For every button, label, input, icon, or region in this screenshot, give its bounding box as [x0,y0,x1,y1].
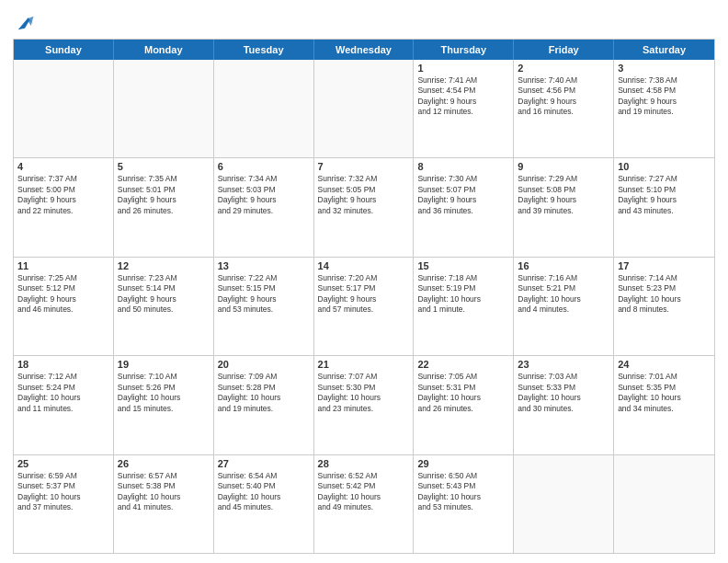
cal-cell: 8Sunrise: 7:30 AM Sunset: 5:07 PM Daylig… [414,158,514,256]
calendar-row-4: 25Sunrise: 6:59 AM Sunset: 5:37 PM Dayli… [14,454,714,553]
cell-info: Sunrise: 7:12 AM Sunset: 5:24 PM Dayligh… [17,372,109,414]
day-number: 13 [218,260,310,271]
cal-cell: 28Sunrise: 6:52 AM Sunset: 5:42 PM Dayli… [314,455,415,553]
cal-cell: 24Sunrise: 7:01 AM Sunset: 5:35 PM Dayli… [614,356,714,454]
day-number: 2 [518,63,609,74]
day-number: 8 [417,161,509,172]
day-number: 18 [17,359,109,370]
logo [13,9,35,33]
cell-info: Sunrise: 6:59 AM Sunset: 5:37 PM Dayligh… [17,471,109,513]
cal-cell [214,60,314,157]
cell-info: Sunrise: 7:37 AM Sunset: 5:00 PM Dayligh… [17,174,109,216]
header [13,9,715,33]
day-number: 9 [518,161,609,172]
day-number: 26 [118,458,210,469]
header-cell-monday: Monday [114,40,214,60]
day-number: 27 [218,458,310,469]
calendar-row-1: 4Sunrise: 7:37 AM Sunset: 5:00 PM Daylig… [14,157,714,256]
logo-icon [15,13,35,33]
day-number: 21 [318,359,410,370]
cell-info: Sunrise: 7:34 AM Sunset: 5:03 PM Dayligh… [218,174,310,216]
day-number: 14 [318,260,410,271]
cal-cell: 22Sunrise: 7:05 AM Sunset: 5:31 PM Dayli… [414,356,514,454]
cal-cell: 17Sunrise: 7:14 AM Sunset: 5:23 PM Dayli… [614,258,714,355]
cell-info: Sunrise: 7:14 AM Sunset: 5:23 PM Dayligh… [618,273,711,316]
cal-cell: 15Sunrise: 7:18 AM Sunset: 5:19 PM Dayli… [414,258,514,355]
cell-info: Sunrise: 7:16 AM Sunset: 5:21 PM Dayligh… [518,273,609,316]
day-number: 28 [318,458,410,469]
day-number: 12 [118,260,210,271]
cal-cell: 25Sunrise: 6:59 AM Sunset: 5:37 PM Dayli… [14,455,114,553]
header-cell-saturday: Saturday [614,40,714,60]
cell-info: Sunrise: 7:32 AM Sunset: 5:05 PM Dayligh… [318,174,410,216]
cell-info: Sunrise: 7:40 AM Sunset: 4:56 PM Dayligh… [518,75,609,118]
day-number: 4 [17,161,109,172]
cell-info: Sunrise: 6:50 AM Sunset: 5:43 PM Dayligh… [417,471,509,513]
page: SundayMondayTuesdayWednesdayThursdayFrid… [0,0,728,563]
day-number: 7 [318,161,410,172]
day-number: 6 [218,161,310,172]
cell-info: Sunrise: 7:22 AM Sunset: 5:15 PM Dayligh… [218,273,310,316]
cal-cell: 6Sunrise: 7:34 AM Sunset: 5:03 PM Daylig… [214,158,314,256]
cell-info: Sunrise: 7:30 AM Sunset: 5:07 PM Dayligh… [417,174,509,216]
cal-cell: 18Sunrise: 7:12 AM Sunset: 5:24 PM Dayli… [14,356,114,454]
cal-cell: 11Sunrise: 7:25 AM Sunset: 5:12 PM Dayli… [14,258,114,355]
cal-cell [614,455,714,553]
cell-info: Sunrise: 7:20 AM Sunset: 5:17 PM Dayligh… [318,273,410,316]
calendar-row-2: 11Sunrise: 7:25 AM Sunset: 5:12 PM Dayli… [14,257,714,355]
header-cell-wednesday: Wednesday [314,40,415,60]
day-number: 19 [118,359,210,370]
cell-info: Sunrise: 7:01 AM Sunset: 5:35 PM Dayligh… [618,372,711,414]
cell-info: Sunrise: 7:07 AM Sunset: 5:30 PM Dayligh… [318,372,410,414]
cell-info: Sunrise: 6:57 AM Sunset: 5:38 PM Dayligh… [118,471,210,513]
calendar-row-3: 18Sunrise: 7:12 AM Sunset: 5:24 PM Dayli… [14,355,714,454]
calendar: SundayMondayTuesdayWednesdayThursdayFrid… [13,39,715,554]
cell-info: Sunrise: 7:25 AM Sunset: 5:12 PM Dayligh… [17,273,109,316]
day-number: 20 [218,359,310,370]
day-number: 11 [17,260,109,271]
day-number: 29 [417,458,509,469]
cal-cell: 14Sunrise: 7:20 AM Sunset: 5:17 PM Dayli… [314,258,415,355]
cal-cell: 12Sunrise: 7:23 AM Sunset: 5:14 PM Dayli… [114,258,214,355]
day-number: 5 [118,161,210,172]
cal-cell: 13Sunrise: 7:22 AM Sunset: 5:15 PM Dayli… [214,258,314,355]
cell-info: Sunrise: 7:09 AM Sunset: 5:28 PM Dayligh… [218,372,310,414]
cal-cell: 29Sunrise: 6:50 AM Sunset: 5:43 PM Dayli… [414,455,514,553]
cell-info: Sunrise: 7:10 AM Sunset: 5:26 PM Dayligh… [118,372,210,414]
cell-info: Sunrise: 7:18 AM Sunset: 5:19 PM Dayligh… [417,273,509,316]
header-cell-tuesday: Tuesday [214,40,314,60]
cell-info: Sunrise: 7:23 AM Sunset: 5:14 PM Dayligh… [118,273,210,316]
header-cell-friday: Friday [514,40,614,60]
cal-cell: 16Sunrise: 7:16 AM Sunset: 5:21 PM Dayli… [514,258,614,355]
cal-cell: 23Sunrise: 7:03 AM Sunset: 5:33 PM Dayli… [514,356,614,454]
cell-info: Sunrise: 7:27 AM Sunset: 5:10 PM Dayligh… [618,174,711,216]
cal-cell: 19Sunrise: 7:10 AM Sunset: 5:26 PM Dayli… [114,356,214,454]
calendar-header: SundayMondayTuesdayWednesdayThursdayFrid… [14,40,714,60]
cal-cell: 9Sunrise: 7:29 AM Sunset: 5:08 PM Daylig… [514,158,614,256]
cell-info: Sunrise: 6:52 AM Sunset: 5:42 PM Dayligh… [318,471,410,513]
day-number: 25 [17,458,109,469]
day-number: 10 [618,161,711,172]
calendar-body: 1Sunrise: 7:41 AM Sunset: 4:54 PM Daylig… [14,60,714,553]
cell-info: Sunrise: 7:38 AM Sunset: 4:58 PM Dayligh… [618,75,711,118]
cal-cell [14,60,114,157]
header-cell-sunday: Sunday [14,40,114,60]
cal-cell: 7Sunrise: 7:32 AM Sunset: 5:05 PM Daylig… [314,158,415,256]
header-cell-thursday: Thursday [414,40,514,60]
cell-info: Sunrise: 7:05 AM Sunset: 5:31 PM Dayligh… [417,372,509,414]
cell-info: Sunrise: 7:03 AM Sunset: 5:33 PM Dayligh… [518,372,609,414]
cal-cell [114,60,214,157]
cell-info: Sunrise: 7:41 AM Sunset: 4:54 PM Dayligh… [417,75,509,118]
day-number: 22 [417,359,509,370]
cal-cell: 2Sunrise: 7:40 AM Sunset: 4:56 PM Daylig… [514,60,614,157]
cal-cell [514,455,614,553]
cal-cell: 5Sunrise: 7:35 AM Sunset: 5:01 PM Daylig… [114,158,214,256]
calendar-row-0: 1Sunrise: 7:41 AM Sunset: 4:54 PM Daylig… [14,60,714,157]
day-number: 17 [618,260,711,271]
day-number: 16 [518,260,609,271]
day-number: 15 [417,260,509,271]
cell-info: Sunrise: 7:35 AM Sunset: 5:01 PM Dayligh… [118,174,210,216]
cal-cell: 27Sunrise: 6:54 AM Sunset: 5:40 PM Dayli… [214,455,314,553]
cal-cell: 4Sunrise: 7:37 AM Sunset: 5:00 PM Daylig… [14,158,114,256]
day-number: 24 [618,359,711,370]
